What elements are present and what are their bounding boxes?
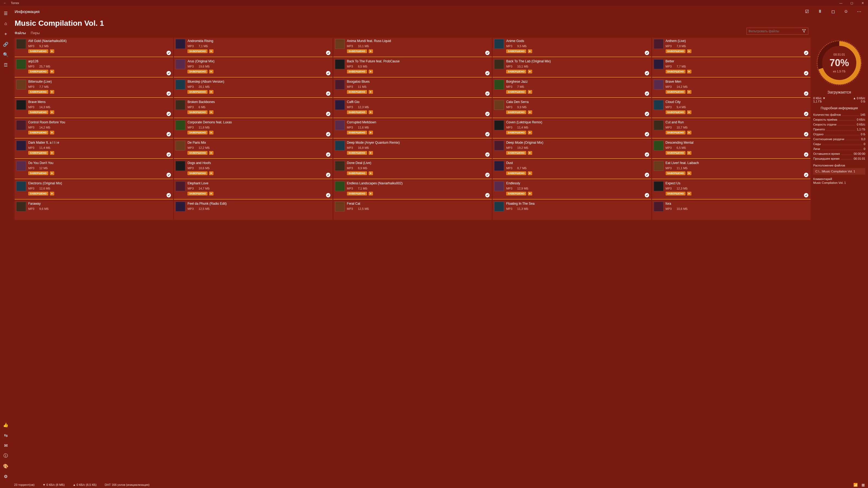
- add-icon[interactable]: ＋: [0, 29, 11, 39]
- play-button[interactable]: [50, 171, 54, 175]
- play-button[interactable]: [528, 171, 532, 175]
- filter-input[interactable]: [748, 29, 802, 33]
- check-icon[interactable]: [645, 173, 649, 177]
- track-card[interactable]: Boogaloo Blues MP3 11 МБ ЗАВЕРШЕНО: [333, 78, 492, 98]
- track-card[interactable]: Eat Liver! feat. Laibach MP3 11,1 МБ ЗАВ…: [652, 160, 810, 179]
- filter-icon[interactable]: [802, 29, 806, 34]
- track-card[interactable]: Coven (Lektrique Remix) MP3 11,4 МБ ЗАВЕ…: [493, 119, 651, 138]
- play-button[interactable]: [369, 50, 373, 53]
- track-card[interactable]: Feel da Phunk (Radio Edit) MP3 12,5 МБ: [174, 200, 332, 220]
- play-button[interactable]: [50, 192, 54, 195]
- track-card[interactable]: Floating In The Sea MP3 11,3 МБ: [493, 200, 651, 220]
- check-icon[interactable]: [804, 112, 808, 116]
- check-icon[interactable]: [804, 51, 808, 55]
- signal-icon[interactable]: 📶: [854, 483, 858, 487]
- track-card[interactable]: Electrons (Original Mix) MP3 12,6 МБ ЗАВ…: [14, 180, 173, 199]
- play-button[interactable]: [369, 192, 373, 195]
- play-button[interactable]: [528, 131, 532, 134]
- track-card[interactable]: arp126 MP3 25,7 МБ ЗАВЕРШЕНО: [14, 58, 173, 77]
- track-card[interactable]: Broken Backbones MP3 6 МБ ЗАВЕРШЕНО: [174, 99, 332, 118]
- more-icon[interactable]: ⋯: [855, 7, 863, 15]
- play-button[interactable]: [687, 90, 691, 94]
- track-card[interactable]: Corrupted Meltdown MP3 11,6 МБ ЗАВЕРШЕНО: [333, 119, 492, 138]
- transfer-icon[interactable]: ⇆: [0, 430, 11, 440]
- play-button[interactable]: [528, 70, 532, 73]
- home-icon[interactable]: ⌂: [0, 19, 11, 29]
- profile-icon[interactable]: ☺: [842, 7, 850, 15]
- track-card[interactable]: Anthem (Live) MP3 7,8 МБ ЗАВЕРШЕНО: [652, 38, 810, 57]
- play-button[interactable]: [209, 50, 214, 53]
- play-button[interactable]: [528, 50, 532, 53]
- play-button[interactable]: [50, 110, 54, 114]
- palette-icon[interactable]: 🎨: [0, 461, 11, 471]
- track-card[interactable]: Arus (Original Mix) MP3 19,6 МБ ЗАВЕРШЕН…: [174, 58, 332, 77]
- stop-icon[interactable]: ◻: [829, 7, 837, 15]
- gear-icon[interactable]: ⚙: [0, 471, 11, 482]
- track-card[interactable]: Faraway MP3 9,6 МБ: [14, 200, 173, 220]
- track-card[interactable]: Endlessly MP3 12,9 МБ ЗАВЕРШЕНО: [493, 180, 651, 199]
- location-value[interactable]: C:\...\Music Compilation Vol. 1: [813, 168, 865, 174]
- play-button[interactable]: [369, 151, 373, 155]
- check-icon[interactable]: [645, 51, 649, 55]
- track-card[interactable]: Elephant Love MP3 14,7 МБ ЗАВЕРШЕНО: [174, 180, 332, 199]
- link-icon[interactable]: 🔗: [0, 39, 11, 50]
- back-button[interactable]: ←: [0, 1, 10, 5]
- track-card[interactable]: Better MP3 7,7 МБ ЗАВЕРШЕНО: [652, 58, 810, 77]
- play-button[interactable]: [369, 171, 373, 175]
- track-card[interactable]: Anima Mundi feat. Russ Liquid MP3 10,1 М…: [333, 38, 492, 57]
- track-card[interactable]: Expect Us MP3 12,3 МБ ЗАВЕРШЕНО: [652, 180, 810, 199]
- check-icon[interactable]: [326, 193, 330, 197]
- track-card[interactable]: Deep Mode (Original Mix) MP3 19,2 МБ ЗАВ…: [493, 139, 651, 159]
- play-button[interactable]: [50, 90, 54, 94]
- play-button[interactable]: [528, 151, 532, 155]
- play-button[interactable]: [209, 131, 214, 134]
- hamburger-icon[interactable]: ☰: [0, 8, 11, 19]
- check-icon[interactable]: [804, 193, 808, 197]
- play-button[interactable]: [209, 90, 214, 94]
- play-button[interactable]: [369, 90, 373, 94]
- play-button[interactable]: [369, 110, 373, 114]
- play-button[interactable]: [209, 110, 214, 114]
- thumbs-up-icon[interactable]: 👍: [0, 420, 11, 430]
- play-button[interactable]: [209, 70, 214, 73]
- check-icon[interactable]: [326, 91, 330, 96]
- check-icon[interactable]: [326, 132, 330, 136]
- play-button[interactable]: [528, 192, 532, 195]
- play-button[interactable]: [209, 192, 214, 195]
- play-button[interactable]: [528, 90, 532, 94]
- track-card[interactable]: Back To The Lab (Original Mix) MP3 10,1 …: [493, 58, 651, 77]
- track-card[interactable]: Back To The Future feat. ProbCause MP3 8…: [333, 58, 492, 77]
- track-card[interactable]: Dogs and Hoofs MP3 18,6 МБ ЗАВЕРШЕНО: [174, 160, 332, 179]
- track-card[interactable]: Feral Cat MP3 12,5 МБ: [333, 200, 492, 220]
- track-card[interactable]: Do You Don't You MP3 12 МБ ЗАВЕРШЕНО: [14, 160, 173, 179]
- play-button[interactable]: [50, 151, 54, 155]
- check-icon[interactable]: [804, 91, 808, 96]
- maximize-button[interactable]: ▢: [846, 1, 857, 5]
- check-icon[interactable]: [804, 152, 808, 157]
- track-card[interactable]: fora MP3 10,6 МБ: [652, 200, 810, 220]
- play-button[interactable]: [687, 110, 691, 114]
- check-icon[interactable]: [645, 112, 649, 116]
- filter-input-wrap[interactable]: [746, 28, 808, 35]
- check-icon[interactable]: [645, 193, 649, 197]
- check-icon[interactable]: [326, 152, 330, 157]
- track-card[interactable]: De Paris Mix MP3 12,2 МБ ЗАВЕРШЕНО: [174, 139, 332, 159]
- track-card[interactable]: Done Deal (Live) MP3 8,9 МБ ЗАВЕРШЕНО: [333, 160, 492, 179]
- play-button[interactable]: [687, 70, 691, 73]
- check-icon[interactable]: [645, 71, 649, 75]
- check-icon[interactable]: [645, 152, 649, 157]
- track-card[interactable]: Dark Matter ft. a l l i e MP3 11,4 МБ ЗА…: [14, 139, 173, 159]
- tab-peers[interactable]: Пиры: [31, 31, 40, 35]
- check-icon[interactable]: [326, 71, 330, 75]
- track-card[interactable]: Caffi Gio MP3 12,3 МБ ЗАВЕРШЕНО: [333, 99, 492, 118]
- grid-view-icon[interactable]: ▦: [862, 483, 865, 487]
- play-button[interactable]: [687, 151, 691, 155]
- close-button[interactable]: ✕: [857, 1, 868, 5]
- track-card[interactable]: Cala Den Serra MP3 9,9 МБ ЗАВЕРШЕНО: [493, 99, 651, 118]
- track-card[interactable]: Dust MP3 8,7 МБ ЗАВЕРШЕНО: [493, 160, 651, 179]
- play-button[interactable]: [687, 192, 691, 195]
- check-icon[interactable]: [804, 132, 808, 136]
- play-button[interactable]: [209, 171, 214, 175]
- check-icon[interactable]: [804, 71, 808, 75]
- search-icon[interactable]: 🔍: [0, 50, 11, 60]
